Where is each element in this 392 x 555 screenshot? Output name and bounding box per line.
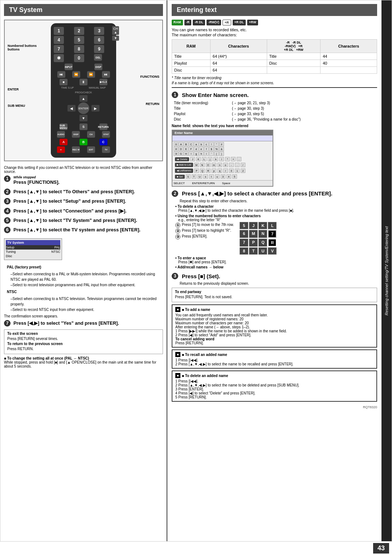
btn-tv[interactable]: TV [102, 146, 110, 153]
step-7-block: 7 Press [◀,▶] to select "Yes" and press … [4, 320, 163, 327]
misc-buttons-row: INPUT DISP [54, 64, 113, 70]
en-addtolist-row: ▶ Add to List MN Om no -. / [173, 162, 271, 168]
btn-return[interactable]: RETURN [99, 123, 107, 130]
menu-row: SUB MENU S RETURN [54, 123, 113, 130]
btn-status[interactable]: STAT [102, 131, 110, 138]
recall-name-title: ■ ■ To recall an added name [175, 352, 373, 357]
btn-input[interactable]: INPUT [65, 64, 73, 70]
en-action-buttons: ⏮ Delete JK Lj kl *+ , [173, 156, 271, 162]
char-K: K [258, 222, 267, 229]
en-listnames-row: ◀ ListNames PQ Rp qr 01 2 [173, 168, 271, 174]
pal-row: SetupPAL [6, 245, 60, 250]
btn-stop[interactable]: ■ [60, 79, 68, 85]
btn-star[interactable]: ✱ [54, 54, 64, 62]
btn-9[interactable]: 9 [94, 45, 104, 53]
exit-notes: To exit the screen Press [RETURN] severa… [4, 329, 163, 354]
space-note: Press [✱] and press [ENTER]. [178, 260, 377, 264]
step-3-block: 3 Press [▲,▼] to select "Setup" and pres… [4, 198, 163, 204]
btn-1[interactable]: 1 [54, 27, 64, 35]
pal-ntsc-change-text: While stopped, press and hold [■] and [▲… [4, 360, 163, 368]
btn-rec-mode[interactable]: REC M [72, 146, 80, 153]
en-delete-btn[interactable]: ⏮ Delete [175, 157, 189, 161]
btn-7[interactable]: 7 [54, 45, 64, 53]
return-title: To return to the previous screen [7, 342, 63, 346]
char-M: M [249, 230, 258, 238]
remote-body: CH▲ ▼ 1 2 3 4 5 6 7 8 9 ✱ 0 DEL [51, 23, 116, 158]
en-list-names-btn[interactable]: ◀ ListNames [175, 169, 193, 173]
arrow-cluster: ▲ ◀ ENTER ▶ ▼ [54, 95, 113, 121]
btn-pause[interactable]: ⏸ [79, 79, 87, 85]
btn-right[interactable]: ▶ [91, 105, 99, 112]
badge-ram: RAM [172, 20, 183, 25]
btn-delete[interactable]: DEL [94, 54, 102, 61]
btn-s[interactable]: S [79, 123, 87, 130]
btn-green[interactable]: B [79, 139, 87, 145]
btn-rew[interactable]: ⏪ [72, 71, 80, 78]
btn-fwd[interactable]: ⏩ [87, 71, 95, 78]
tv-system-screen-area: TV System SetupPAL TuningNTSC Disc [4, 236, 163, 262]
step-6-num: 6 [4, 227, 11, 233]
char-5: 5 [240, 222, 248, 229]
page-number: 43 [373, 543, 389, 554]
delete-line-2: 3 Press [ENTER]. [175, 387, 373, 391]
ref-title-label: Title [172, 106, 230, 111]
en-set-btn[interactable]: ■ Set [175, 175, 185, 179]
circled-step-3: ③ Press [ENTER]. [175, 234, 234, 239]
char-V: V [268, 247, 277, 255]
exit-note: Press [RETURN] several times. [7, 337, 160, 341]
en-add-to-list-btn[interactable]: ▶ Add to List [175, 163, 193, 167]
btn-down[interactable]: ▼ [79, 115, 87, 121]
btn-blue[interactable]: C [99, 139, 107, 145]
btn-up[interactable]: ▲ [79, 95, 87, 102]
recall-note: • Add/recall names → below [175, 265, 377, 269]
btn-0[interactable]: 0 [74, 54, 84, 62]
step1-refs-table: Title (timer recording) (→ page 20, 21, … [172, 100, 377, 122]
btn-chapter[interactable]: CH [87, 131, 95, 138]
col-chars-1: Characters [210, 40, 267, 53]
btn-3[interactable]: 3 [94, 27, 104, 35]
right-column: Entering text RAM -R -R DL -RW(V) +R +R … [167, 0, 392, 541]
right-step-1-title: Show Enter Name screen. [182, 92, 249, 98]
en-char-grid-area: ① AB Ca bc !" # ② DE Fd ef $% & ③ [172, 141, 273, 180]
func-row: AUDIO DISP CH STAT [54, 131, 113, 138]
step-5-block: 5 Press [▲,▼] to select "TV System" and … [4, 217, 163, 224]
long-name-note: If a name is long, parts of it may not b… [172, 81, 377, 85]
pal-note-block: PAL (factory preset) –Select when connec… [4, 264, 163, 288]
char-grid-visual: 5 J K L 6 M N 7 7 P Q R 8 T U [240, 222, 277, 255]
btn-6[interactable]: 6 [94, 36, 104, 44]
vertical-text-content: Resetting channel setting/TV System/Ente… [384, 226, 389, 315]
btn-play[interactable]: ▶×1.3 [99, 79, 107, 85]
intro-1: You can give names to recorded titles, e… [172, 28, 377, 32]
add-name-line-3: After entering the name (→ above, steps … [175, 325, 373, 329]
en-set-row: ■ Set ST Us tu 34 5 [173, 174, 271, 179]
btn-disp[interactable]: DISP [94, 64, 102, 70]
add-name-title: ■ ■ To add a name [175, 307, 373, 312]
step-1-block: 1 While stopped Press [FUNCTIONS]. [4, 175, 163, 186]
cell-disc-other: Disc [267, 60, 320, 67]
btn-ext[interactable]: EXT [87, 146, 95, 153]
btn-left[interactable]: ◀ [68, 105, 75, 112]
time-row: TIME S.UPMANUAL SKIP [54, 86, 113, 89]
btn-4[interactable]: 4 [54, 36, 64, 44]
btn-2[interactable]: 2 [74, 27, 84, 35]
char-7-highlight: 7 [268, 230, 277, 238]
btn-enter[interactable]: ENTER [78, 102, 89, 114]
btn-rec[interactable]: ● [57, 146, 65, 153]
delete-line-1: 2 Press [▲,▼,◀,▶] to select the name to … [175, 383, 373, 387]
btn-display[interactable]: DISP [72, 131, 80, 138]
ref-timer-ref: (→ page 20, 21, step 3) [230, 100, 377, 106]
btn-audio[interactable]: AUDIO [57, 131, 65, 138]
ref-playlist-ref: (→ page 33, step 5) [230, 111, 377, 117]
ref-disc: Disc (→ page 36, "Providing a name for a… [172, 117, 377, 122]
rec-row: ● REC M EXT TV [54, 146, 113, 153]
right-step-2-num: 2 [172, 190, 178, 197]
btn-skip-back[interactable]: ⏮ [57, 71, 65, 78]
sub-menu-label: SUB MENU [8, 104, 25, 108]
btn-5[interactable]: 5 [74, 36, 84, 44]
btn-sub-menu[interactable]: SUB MENU [60, 123, 68, 130]
btn-red[interactable]: A [60, 139, 68, 145]
screen-header: TV System [6, 240, 60, 245]
badge-r: -R [184, 20, 192, 25]
btn-skip-fwd[interactable]: ⏭ [102, 71, 110, 78]
btn-8[interactable]: 8 [74, 45, 84, 53]
